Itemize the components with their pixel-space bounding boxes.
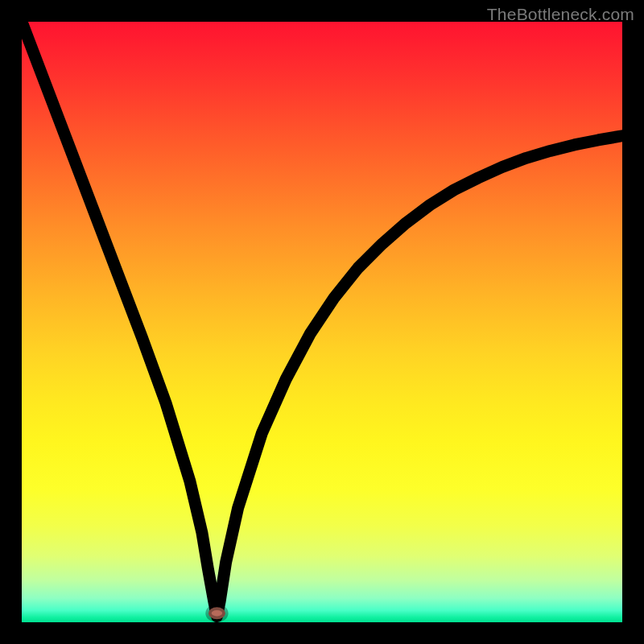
chart-stage: TheBottleneck.com [0, 0, 644, 644]
plot-area [22, 22, 622, 622]
bottleneck-curve [22, 22, 622, 617]
watermark-text: TheBottleneck.com [487, 5, 634, 24]
chart-svg [22, 22, 622, 622]
optimum-marker [208, 607, 225, 619]
